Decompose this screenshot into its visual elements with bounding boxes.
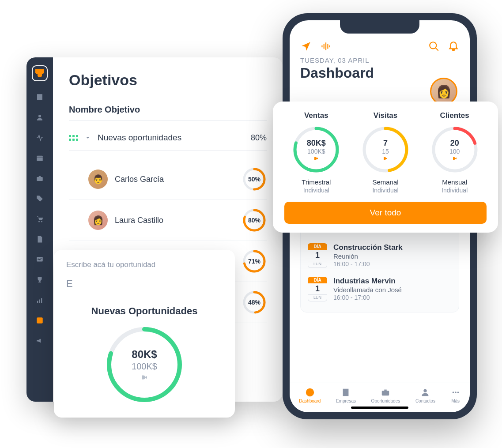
kpi-column: Ventas 80K$ 100K$ Trimestral Individual	[284, 111, 348, 194]
event-row[interactable]: DÍA 1 LUN Industrias Mervin Videollamada…	[308, 272, 452, 306]
svg-point-0	[38, 115, 41, 117]
view-all-button[interactable]: Ver todo	[284, 202, 487, 224]
phone-title: Dashboard	[300, 65, 459, 81]
kpi-title: Clientes	[423, 111, 487, 120]
kpi-ring: 80K$ 100K$	[292, 125, 340, 174]
trophy-icon	[140, 373, 148, 381]
chevron-down-icon[interactable]	[84, 134, 91, 141]
opportunity-progress-ring: 80K$ 100K$	[105, 325, 184, 404]
svg-point-25	[430, 42, 436, 49]
kpi-period: Trimestral	[284, 178, 348, 186]
briefcase-icon[interactable]	[35, 174, 44, 183]
documents-icon[interactable]	[35, 235, 44, 244]
user-progress-ring: 50%	[242, 167, 267, 192]
nav-mas[interactable]: Más	[451, 388, 460, 403]
megaphone-icon[interactable]	[35, 336, 44, 345]
kpi-scope: Individual	[354, 187, 418, 194]
tag-icon[interactable]	[35, 194, 44, 203]
kpi-title: Visitas	[354, 111, 418, 120]
sidebar	[26, 57, 53, 402]
bars-icon[interactable]	[35, 296, 44, 305]
svg-rect-28	[382, 391, 389, 395]
svg-point-30	[452, 392, 454, 393]
svg-point-3	[38, 221, 40, 222]
home-indicator[interactable]	[351, 407, 408, 409]
date-label: TUESDAY, 03 APRIL	[300, 56, 459, 64]
event-time: 16:00 - 17:00	[333, 260, 452, 267]
trophy-icon	[452, 156, 457, 161]
kpi-scope: Individual	[423, 187, 487, 194]
date-badge: DÍA 1 LUN	[308, 243, 327, 268]
user-avatar[interactable]: 👩	[430, 78, 457, 105]
objective-row[interactable]: Nuevas oportunidades 80%	[69, 128, 267, 147]
search-icon[interactable]	[428, 41, 440, 52]
svg-point-31	[455, 392, 457, 393]
svg-point-29	[424, 389, 427, 392]
kpi-scope: Individual	[284, 187, 348, 194]
svg-rect-5	[37, 257, 43, 262]
svg-rect-27	[343, 389, 349, 396]
calendar-icon[interactable]	[35, 154, 44, 162]
column-header: Nombre Objetivo	[69, 105, 267, 115]
kpi-card: Ventas 80K$ 100K$ Trimestral Individual …	[273, 102, 498, 233]
nav-contactos[interactable]: Contactos	[415, 388, 435, 403]
app-logo[interactable]	[32, 65, 48, 81]
user-icon[interactable]	[35, 113, 44, 122]
objective-percent: 80%	[251, 133, 267, 143]
kpi-period: Semanal	[354, 178, 418, 186]
kpi-column: Clientes 20 100 Mensual Individual	[423, 111, 487, 194]
svg-rect-9	[37, 317, 43, 324]
nav-empresas[interactable]: Empresas	[336, 388, 356, 403]
opp-target: 100K$	[132, 361, 157, 372]
kpi-title: Ventas	[284, 111, 348, 120]
user-avatar-sm: 👩	[88, 211, 108, 230]
chart-icon[interactable]	[35, 255, 44, 264]
svg-rect-23	[327, 44, 328, 49]
svg-rect-20	[321, 45, 322, 47]
svg-rect-22	[325, 42, 326, 50]
dashboard-nav-icon[interactable]	[35, 316, 44, 325]
user-row[interactable]: 👨 Carlos García 50%	[69, 159, 267, 200]
trophy-nav-icon[interactable]	[35, 275, 44, 284]
user-row[interactable]: 👩 Laura Castillo 80%	[69, 200, 267, 241]
opportunity-popup: Escribe acá tu oportunidad Nuevas Oportu…	[54, 250, 235, 418]
event-row[interactable]: DÍA 1 LUN Construcción Stark Reunión 16:…	[308, 239, 452, 272]
event-time: 16:00 - 17:00	[333, 294, 452, 301]
svg-point-32	[457, 392, 459, 393]
activity-icon[interactable]	[35, 133, 44, 142]
svg-rect-6	[37, 301, 38, 303]
opp-value: 80K$	[132, 348, 157, 361]
svg-point-4	[41, 221, 42, 222]
location-icon[interactable]	[300, 41, 312, 52]
cart-icon[interactable]	[35, 215, 44, 223]
svg-rect-2	[37, 177, 43, 181]
user-name: Carlos García	[115, 175, 235, 184]
drag-handle-icon[interactable]	[69, 135, 78, 141]
user-name: Laura Castillo	[115, 216, 235, 225]
svg-rect-24	[329, 45, 330, 47]
date-badge: DÍA 1 LUN	[308, 277, 327, 301]
nav-dashboard[interactable]: Dashboard	[299, 388, 321, 403]
opportunity-input[interactable]	[66, 275, 223, 299]
kpi-ring: 20 100	[430, 125, 479, 174]
trophy-icon	[313, 156, 319, 161]
audio-icon[interactable]	[320, 41, 331, 52]
building-icon[interactable]	[35, 93, 44, 102]
user-progress-ring: 71%	[242, 249, 267, 274]
event-name: Construcción Stark	[333, 243, 452, 252]
nav-oportunidades[interactable]: Oportunidades	[371, 388, 400, 403]
phone-notch	[340, 20, 419, 34]
event-sub: Reunión	[333, 252, 452, 260]
bell-icon[interactable]	[448, 41, 459, 52]
svg-rect-7	[39, 300, 40, 303]
opp-chart-title: Nuevas Oportunidades	[66, 305, 223, 317]
divider	[69, 120, 267, 120]
svg-rect-1	[37, 156, 43, 161]
objective-name: Nuevas oportunidades	[98, 133, 245, 143]
user-progress-ring: 48%	[242, 290, 267, 315]
page-title: Objetivos	[69, 72, 267, 89]
divider	[69, 151, 267, 151]
user-avatar-sm: 👨	[88, 169, 108, 189]
event-name: Industrias Mervin	[333, 277, 452, 286]
svg-point-26	[306, 388, 314, 396]
